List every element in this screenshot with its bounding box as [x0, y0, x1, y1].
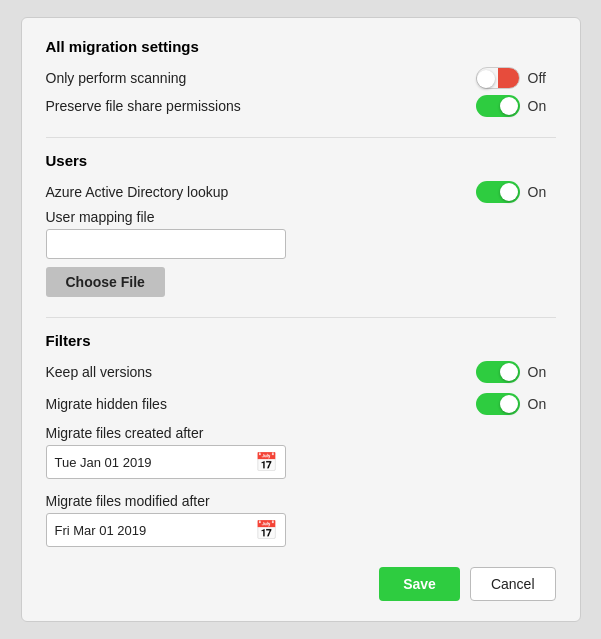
modified-after-label: Migrate files modified after [46, 493, 556, 509]
only-perform-scanning-row: Only perform scanning Off [46, 67, 556, 89]
preserve-permissions-row: Preserve file share permissions On [46, 95, 556, 117]
migration-section: All migration settings Only perform scan… [46, 38, 556, 117]
migrate-hidden-files-row: Migrate hidden files On [46, 393, 556, 415]
only-perform-scanning-toggle-container: Off [476, 67, 556, 89]
section-divider-1 [46, 137, 556, 138]
keep-all-versions-toggle[interactable] [476, 361, 520, 383]
aad-lookup-label: Azure Active Directory lookup [46, 184, 229, 200]
preserve-permissions-label: Preserve file share permissions [46, 98, 241, 114]
keep-all-versions-row: Keep all versions On [46, 361, 556, 383]
user-mapping-label: User mapping file [46, 209, 556, 225]
choose-file-button[interactable]: Choose File [46, 267, 165, 297]
keep-all-versions-label: Keep all versions [46, 364, 153, 380]
preserve-permissions-status: On [528, 98, 552, 114]
created-after-label: Migrate files created after [46, 425, 556, 441]
toggle-knob [500, 97, 518, 115]
aad-lookup-toggle-container: On [476, 181, 556, 203]
preserve-permissions-toggle-container: On [476, 95, 556, 117]
toggle-knob [500, 183, 518, 201]
modified-after-date-value: Fri Mar 01 2019 [55, 523, 147, 538]
modified-after-date-field[interactable]: Fri Mar 01 2019 📅 [46, 513, 286, 547]
created-after-date-field[interactable]: Tue Jan 01 2019 📅 [46, 445, 286, 479]
migration-settings-dialog: All migration settings Only perform scan… [21, 17, 581, 622]
keep-all-versions-toggle-container: On [476, 361, 556, 383]
toggle-knob [500, 363, 518, 381]
calendar-icon-created[interactable]: 📅 [255, 451, 277, 473]
filters-section-title: Filters [46, 332, 556, 349]
migrate-hidden-files-status: On [528, 396, 552, 412]
migrate-hidden-files-label: Migrate hidden files [46, 396, 167, 412]
section-divider-2 [46, 317, 556, 318]
migrate-hidden-files-toggle-container: On [476, 393, 556, 415]
aad-lookup-toggle[interactable] [476, 181, 520, 203]
user-mapping-input[interactable] [46, 229, 286, 259]
toggle-knob [500, 395, 518, 413]
cancel-button[interactable]: Cancel [470, 567, 556, 601]
keep-all-versions-status: On [528, 364, 552, 380]
toggle-knob [477, 70, 495, 88]
user-mapping-section: User mapping file Choose File [46, 209, 556, 297]
filters-section: Filters Keep all versions On Migrate hid… [46, 332, 556, 547]
only-perform-scanning-label: Only perform scanning [46, 70, 187, 86]
save-button[interactable]: Save [379, 567, 460, 601]
created-after-date-value: Tue Jan 01 2019 [55, 455, 152, 470]
calendar-icon-modified[interactable]: 📅 [255, 519, 277, 541]
only-perform-scanning-toggle[interactable] [476, 67, 520, 89]
created-after-section: Migrate files created after Tue Jan 01 2… [46, 425, 556, 479]
aad-lookup-status: On [528, 184, 552, 200]
preserve-permissions-toggle[interactable] [476, 95, 520, 117]
only-perform-scanning-status: Off [528, 70, 552, 86]
aad-lookup-row: Azure Active Directory lookup On [46, 181, 556, 203]
users-section-title: Users [46, 152, 556, 169]
dialog-footer: Save Cancel [46, 567, 556, 601]
users-section: Users Azure Active Directory lookup On U… [46, 152, 556, 297]
migrate-hidden-files-toggle[interactable] [476, 393, 520, 415]
migration-section-title: All migration settings [46, 38, 556, 55]
modified-after-section: Migrate files modified after Fri Mar 01 … [46, 493, 556, 547]
